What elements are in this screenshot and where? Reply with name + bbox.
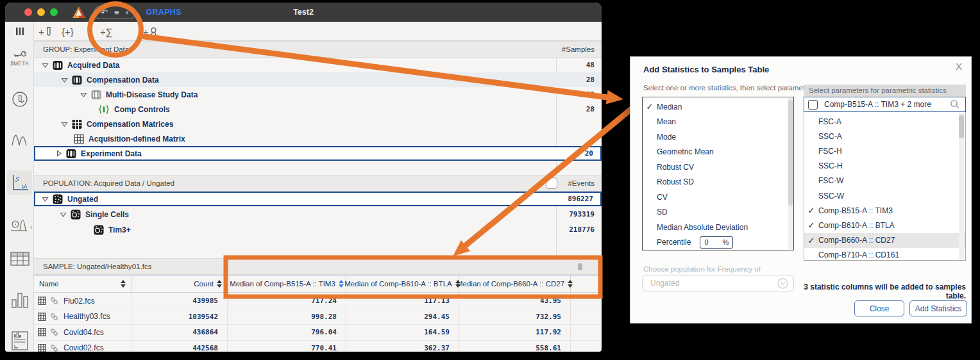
expander-down-icon[interactable] — [42, 196, 49, 202]
expander-down-icon[interactable] — [60, 211, 67, 218]
frequency-population-dropdown[interactable]: Ungated — [642, 275, 794, 291]
tree-row-compensation-data[interactable]: Compensation Data 28 — [34, 72, 602, 87]
link-icon — [50, 328, 58, 336]
stat-item-median[interactable]: ✓ Median — [643, 99, 793, 115]
percentile-value[interactable]: 0 — [704, 238, 708, 246]
population-scatter-icon — [53, 194, 63, 204]
table-icon — [38, 328, 46, 336]
stat-item-percentile[interactable]: Percentile 0 % — [643, 235, 793, 250]
param-item-btla[interactable]: ✓Comp-B610-A :: BTLA — [804, 218, 965, 233]
expander-down-icon[interactable] — [61, 121, 68, 127]
sample-check-icon[interactable] — [5, 91, 34, 108]
stat-item-robust-cv[interactable]: Robust CV — [643, 160, 793, 175]
stat-item-mad[interactable]: Median Absolute Deviation — [643, 220, 793, 235]
matrix-outline-icon — [74, 134, 84, 144]
param-item-ssc-h[interactable]: SSC-H — [804, 159, 965, 174]
percentile-input[interactable]: 0 % — [700, 236, 733, 249]
meta-keywords-icon[interactable]: $META — [5, 50, 34, 67]
percentile-unit: % — [723, 238, 729, 246]
column-header-median-btla[interactable]: Median of Comp-B610-A :: BTLA — [346, 275, 459, 292]
add-statistic-button[interactable]: +∑ — [100, 24, 112, 39]
column-header-median-tim3[interactable]: Median of Comp-B515-A :: TIM3 — [228, 275, 346, 292]
tree-row-ungated[interactable]: Ungated 896227 — [34, 192, 602, 206]
tree-row-experiment-data[interactable]: Experiment Data 20 — [34, 146, 602, 161]
select-all-checkbox[interactable] — [808, 100, 818, 110]
close-button[interactable]: Close — [854, 300, 904, 316]
column-header-name[interactable]: Name — [34, 275, 131, 292]
sort-icon[interactable] — [217, 280, 222, 288]
expander-down-icon[interactable] — [42, 62, 49, 69]
keyword-icon — [149, 26, 158, 37]
toolbar: + {+} +∑ + — [5, 22, 602, 41]
column-header-count[interactable]: Count — [131, 275, 228, 292]
stat-item-robust-sd[interactable]: Robust SD — [643, 175, 793, 190]
stat-item-geometric-mean[interactable]: Geometric Mean — [643, 145, 793, 160]
expander-down-icon[interactable] — [61, 77, 68, 83]
tree-row-multi-disease[interactable]: Multi-Disease Study Data 28 — [34, 87, 602, 102]
param-item-cd27[interactable]: ✓Comp-B660-A :: CD27 — [804, 233, 965, 248]
param-item-fsc-w[interactable]: FSC-W — [804, 174, 965, 188]
parameter-search-input[interactable] — [823, 99, 950, 110]
tree-row-acquired-data[interactable]: Acquired Data 48 — [34, 58, 602, 72]
stat-item-cv[interactable]: CV — [643, 190, 793, 205]
tree-row-tim3[interactable]: Tim3+ 218776 — [34, 222, 602, 237]
expander-down-icon[interactable] — [80, 92, 87, 98]
table-view-icon[interactable] — [5, 251, 34, 266]
gated-plot-icon[interactable]: › — [5, 214, 34, 232]
samples-table-header: Name Count Median of Comp-B515-A :: TIM3… — [34, 275, 602, 293]
annotation-arrowhead — [606, 90, 623, 104]
param-item-fsc-a[interactable]: FSC-A — [804, 114, 965, 129]
population-gate-icon — [94, 225, 104, 235]
statistics-panel-label: Select one or more statistics, then sele… — [643, 84, 815, 92]
params-scrollbar[interactable] — [959, 113, 964, 259]
histograms-icon[interactable] — [5, 131, 34, 146]
events-column-header: #Events — [568, 179, 595, 187]
param-item-fsc-h[interactable]: FSC-H — [804, 143, 965, 158]
statistics-list: ✓ Median Mean Mode Geometric Mean Robust… — [642, 97, 794, 250]
sample-section-header: SAMPLE: Ungated/Healthy01.fcs — [34, 258, 602, 275]
column-header-median-cd27[interactable]: Median of Comp-B660-A :: CD27 — [459, 275, 571, 292]
stat-item-sd[interactable]: SD — [643, 205, 793, 220]
sample-row-covid02[interactable]: Covid02.fcs 442568 770.41 362.37 558.61 — [34, 341, 602, 352]
parameter-search[interactable] — [804, 97, 966, 112]
param-item-ssc-w[interactable]: SSC-W — [804, 188, 965, 203]
frequency-value: Ungated — [650, 279, 679, 288]
table-icon — [38, 344, 46, 352]
check-icon: ✓ — [804, 236, 818, 245]
screenshot-canvas: ↶ ≡ ▾ GRAPHS Test2 + {+} +∑ + — [0, 0, 980, 360]
tree-row-comp-controls[interactable]: Comp Controls 28 — [34, 102, 602, 117]
stat-item-mode[interactable]: Mode — [643, 129, 793, 145]
search-icon — [950, 99, 960, 110]
scatter-plot-icon[interactable] — [7, 170, 32, 195]
add-sample-button[interactable]: + — [38, 24, 53, 39]
window-title: Test2 — [5, 8, 602, 17]
table-icon — [38, 313, 46, 321]
sort-icon-active[interactable] — [339, 280, 344, 288]
events-checkbox[interactable] — [546, 177, 557, 189]
tree-row-acquisition-matrix[interactable]: Acquisition-defined Matrix — [34, 131, 602, 146]
dialog-title: Add Statistics to Samples Table — [643, 65, 769, 74]
panel-columns-icon[interactable] — [5, 27, 34, 36]
sample-row-healthy03[interactable]: Healthy03.fcs 1039542 998.28 294.45 732.… — [34, 309, 602, 325]
param-item-ssc-a[interactable]: SSC-A — [804, 129, 965, 143]
stat-item-mean[interactable]: Mean — [643, 115, 793, 130]
add-keyword-button[interactable]: + — [143, 24, 158, 39]
sort-icon[interactable] — [121, 280, 126, 288]
expander-right-icon[interactable] — [56, 150, 62, 157]
stats-scrollbar[interactable] — [788, 98, 793, 249]
param-item-cd161[interactable]: Comp-B710-A :: CD161 — [804, 248, 965, 261]
scroll-indicator[interactable] — [578, 263, 582, 270]
population-gate-icon — [71, 209, 81, 220]
add-group-button[interactable]: {+} — [62, 24, 74, 39]
sample-row-covid04[interactable]: Covid04.fcs 436864 796.04 164.59 117.92 — [34, 325, 602, 341]
report-layout-icon[interactable] — [5, 331, 34, 351]
dialog-close-icon[interactable]: X — [956, 61, 962, 72]
sample-row-flu02[interactable]: Flu02.fcs 439985 717.24 117.13 43.95 — [34, 293, 602, 309]
add-statistics-button[interactable]: Add Statistics — [909, 300, 967, 316]
tube-group-icon — [53, 60, 63, 70]
tree-row-single-cells[interactable]: Single Cells 793319 — [34, 207, 602, 222]
param-item-tim3[interactable]: ✓Comp-B515-A :: TIM3 — [804, 203, 965, 218]
tree-row-compensation-matrices[interactable]: Compensation Matrices — [34, 117, 602, 131]
bar-chart-icon[interactable] — [5, 291, 34, 309]
main-window: ↶ ≡ ▾ GRAPHS Test2 + {+} +∑ + — [5, 3, 602, 352]
